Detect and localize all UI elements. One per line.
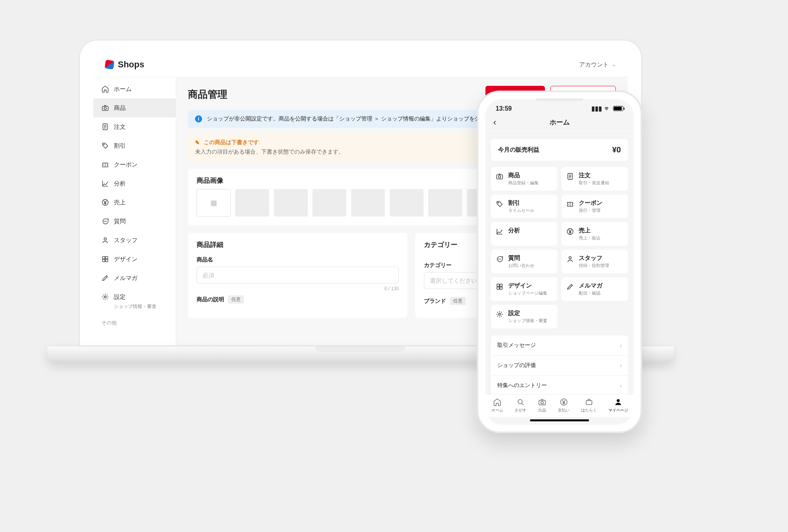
- tile-pencil[interactable]: メルマガ 配信・確認: [561, 277, 628, 301]
- tile-camera[interactable]: 商品 商品登録・編集: [491, 167, 558, 191]
- svg-point-15: [498, 176, 501, 178]
- tile-sub: ショップ情報・審査: [508, 318, 547, 324]
- optional-tag: 任意: [450, 297, 466, 305]
- chevron-right-icon: ›: [620, 342, 622, 348]
- profit-card[interactable]: 今月の販売利益 ¥0: [491, 139, 628, 161]
- tab-user[interactable]: マイページ: [608, 398, 628, 413]
- image-slot[interactable]: [351, 189, 385, 217]
- sidebar-item-label: 商品: [114, 104, 126, 112]
- tile-title: 売上: [579, 227, 600, 234]
- image-slot[interactable]: [274, 189, 308, 217]
- home-icon: [101, 85, 109, 93]
- tag-icon: [101, 142, 109, 150]
- svg-rect-26: [500, 287, 502, 289]
- svg-point-21: [500, 259, 501, 260]
- image-placeholder-icon: ▦: [210, 198, 217, 207]
- product-name-label: 商品名: [197, 256, 399, 263]
- sidebar-item-tag[interactable]: 割引: [93, 136, 176, 155]
- sidebar-item-label: デザイン: [114, 256, 138, 263]
- tile-grid: 商品 商品登録・編集 注文 取引・発送通知 割引 タイムセール クーポン 発行・…: [491, 167, 628, 328]
- list-item[interactable]: 取引メッセージ›: [491, 336, 628, 356]
- camera-icon: [101, 104, 109, 112]
- chart-icon: [101, 180, 109, 187]
- sidebar-item-chat[interactable]: 質問: [93, 212, 176, 231]
- chevron-down-icon: ⌄: [612, 62, 616, 67]
- details-title: 商品詳細: [197, 240, 399, 249]
- tag-icon: [496, 200, 504, 208]
- tile-title: 注文: [579, 172, 609, 179]
- tile-doc[interactable]: 注文 取引・発送通知: [561, 167, 628, 191]
- profit-amount: ¥0: [612, 145, 621, 154]
- status-bar: 13:59 ▮▮▮ ᯤ: [485, 99, 634, 114]
- tile-sub: お問い合わせ: [508, 263, 534, 269]
- svg-rect-9: [102, 256, 105, 259]
- tab-label: はたらく: [581, 408, 597, 413]
- image-slot-add[interactable]: ▦: [197, 189, 230, 217]
- sidebar-item-doc[interactable]: 注文: [93, 117, 176, 136]
- search-icon: [516, 398, 525, 406]
- tab-yen[interactable]: 支払い: [558, 398, 570, 413]
- topbar: Shops アカウント ⌄: [93, 52, 628, 77]
- tile-sub: 売上・振込: [579, 235, 600, 241]
- list-item[interactable]: ショップの評価›: [491, 356, 628, 376]
- tile-yen[interactable]: 売上 売上・振込: [561, 222, 628, 246]
- tile-person[interactable]: スタッフ 招待・役割管理: [561, 250, 628, 273]
- svg-point-1: [104, 107, 106, 109]
- tab-home[interactable]: ホーム: [491, 398, 503, 413]
- grid-icon: [496, 283, 504, 291]
- tile-title: 質問: [508, 254, 534, 262]
- sidebar-item-label: 割引: [114, 142, 126, 150]
- sidebar-item-home[interactable]: ホーム: [93, 80, 176, 98]
- tile-grid[interactable]: デザイン ショップページ編集: [491, 277, 558, 301]
- sidebar-item-label: 分析: [114, 180, 126, 187]
- tile-sub: タイムセール: [508, 208, 534, 213]
- info-icon: i: [195, 115, 202, 122]
- battery-icon: [613, 106, 623, 111]
- tab-label: 出品: [538, 408, 546, 413]
- back-button[interactable]: ‹: [493, 117, 496, 128]
- grid-icon: [101, 255, 109, 263]
- image-slot[interactable]: [235, 189, 269, 217]
- doc-icon: [566, 172, 574, 180]
- sidebar-item-coupon[interactable]: クーポン: [93, 155, 176, 174]
- tile-sub: 取引・発送通知: [579, 180, 609, 186]
- pencil-icon: [101, 274, 109, 282]
- svg-rect-24: [500, 284, 502, 286]
- brand: Shops: [105, 59, 144, 70]
- camera-icon: [538, 398, 546, 406]
- sidebar-item-label: 注文: [114, 123, 126, 131]
- tile-title: 分析: [508, 227, 520, 234]
- svg-point-22: [569, 257, 571, 259]
- pencil-icon: ✎: [195, 139, 200, 146]
- svg-point-3: [104, 144, 104, 145]
- sidebar-item-yen[interactable]: 売上: [93, 193, 176, 212]
- sidebar-item-grid[interactable]: デザイン: [93, 250, 176, 269]
- tile-gear[interactable]: 設定 ショップ情報・審査: [491, 305, 558, 328]
- sidebar-item-camera[interactable]: 商品: [93, 98, 176, 117]
- tile-title: デザイン: [508, 282, 547, 289]
- chart-icon: [496, 228, 504, 235]
- tile-chart[interactable]: 分析: [491, 222, 558, 246]
- tile-tag[interactable]: 割引 タイムセール: [491, 195, 558, 218]
- tile-coupon[interactable]: クーポン 発行・管理: [561, 195, 628, 218]
- sidebar-item-label: 設定: [114, 293, 126, 301]
- image-slot[interactable]: [312, 189, 346, 217]
- list-item[interactable]: 特集へのエントリー›: [491, 376, 628, 394]
- svg-point-6: [105, 221, 106, 222]
- image-slot[interactable]: [390, 189, 424, 217]
- tab-camera[interactable]: 出品: [538, 398, 546, 413]
- sidebar-item-chart[interactable]: 分析: [93, 174, 176, 193]
- yen-icon: [559, 398, 568, 406]
- sidebar-item-person[interactable]: スタッフ: [93, 231, 176, 250]
- image-slot[interactable]: [428, 189, 462, 217]
- sidebar-item-pencil[interactable]: メルマガ: [93, 269, 176, 287]
- svg-point-28: [518, 400, 522, 404]
- sidebar: ホーム商品注文割引クーポン分析売上質問スタッフデザインメルマガ設定ショップ情報・…: [93, 77, 176, 345]
- product-name-input[interactable]: [197, 267, 399, 284]
- tab-briefcase[interactable]: はたらく: [581, 398, 597, 413]
- tile-chat[interactable]: 質問 お問い合わせ: [491, 250, 558, 273]
- tile-title: スタッフ: [579, 254, 609, 262]
- tab-search[interactable]: さがす: [515, 398, 526, 413]
- tile-sub: 発行・管理: [579, 208, 602, 213]
- account-menu[interactable]: アカウント ⌄: [579, 61, 616, 69]
